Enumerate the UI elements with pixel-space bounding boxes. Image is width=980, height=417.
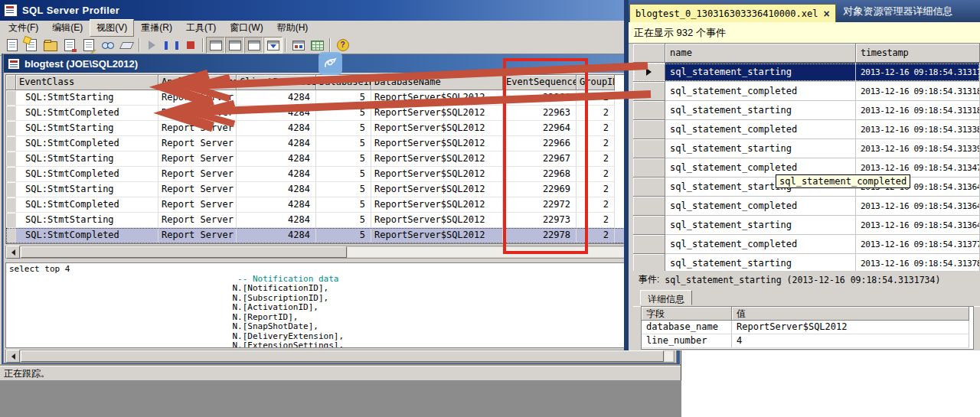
- cell-database_id[interactable]: 5: [316, 182, 371, 197]
- title-bar[interactable]: SQL Server Profiler: [0, 0, 681, 21]
- cell-group_id[interactable]: 2: [577, 228, 615, 243]
- tab-xel-file[interactable]: blogtest_0_130316303336410000.xel ×: [629, 4, 836, 22]
- sql-pane-hscrollbar[interactable]: [5, 350, 675, 363]
- start-trace-button[interactable]: [142, 37, 162, 54]
- field-column-header[interactable]: 字段: [642, 307, 732, 321]
- cell-event_class[interactable]: SQL:StmtCompleted: [16, 197, 158, 213]
- cell-name[interactable]: sql_statement_completed: [665, 120, 856, 139]
- event-row[interactable]: sql_statement_starting2013-12-16 09:18:5…: [633, 101, 980, 120]
- cell-database_id[interactable]: 5: [316, 228, 371, 243]
- cell-application_name[interactable]: Report Server: [158, 121, 237, 136]
- cell-event_sequence[interactable]: 22964: [503, 121, 577, 136]
- cell-database_name[interactable]: ReportServer$SQL2012: [371, 213, 503, 228]
- event-row[interactable]: sql_statement_starting2013-12-16 09:18:5…: [633, 63, 980, 82]
- cell-group_id[interactable]: 2: [577, 167, 615, 182]
- cell-timestamp[interactable]: 2013-12-16 09:18:54.3136499: [856, 216, 980, 235]
- trace-properties-button[interactable]: [79, 37, 98, 54]
- column-header-GroupID[interactable]: GroupID: [577, 75, 615, 90]
- row-selector[interactable]: [633, 63, 665, 82]
- cell-application_name[interactable]: Report Server: [158, 106, 237, 121]
- cell-event_class[interactable]: SQL:StmtStarting: [16, 182, 158, 197]
- close-icon[interactable]: ×: [823, 8, 829, 19]
- clear-trace-button[interactable]: [117, 37, 136, 54]
- field-cell[interactable]: line_number: [642, 334, 732, 348]
- menu-item-6[interactable]: 窗口(W): [223, 19, 270, 37]
- cell-group_id[interactable]: 2: [577, 90, 615, 106]
- column-header-DatabaseID[interactable]: DatabaseID: [316, 75, 371, 90]
- event-row[interactable]: sql_statement_starting2013-12-16 09:18:5…: [633, 216, 980, 235]
- cell-database_name[interactable]: ReportServer$SQL2012: [371, 90, 503, 106]
- table-row[interactable]: SQL:StmtCompletedReport Server42845Repor…: [6, 106, 674, 121]
- cell-application_name[interactable]: Report Server: [158, 167, 237, 182]
- table-row[interactable]: SQL:StmtStartingReport Server42845Report…: [6, 213, 674, 228]
- event-row[interactable]: sql_statement_completed2013-12-16 09:18:…: [633, 120, 980, 139]
- cell-database_id[interactable]: 5: [316, 197, 371, 213]
- field-cell[interactable]: database_name: [642, 321, 732, 334]
- cell-database_id[interactable]: 5: [316, 213, 371, 228]
- cell-group_id[interactable]: 2: [577, 182, 615, 197]
- table-row[interactable]: SQL:StmtCompletedReport Server42845Repor…: [6, 167, 674, 182]
- cell-database_name[interactable]: ReportServer$SQL2012: [371, 167, 503, 182]
- cell-database_name[interactable]: ReportServer$SQL2012: [371, 136, 503, 151]
- row-selector[interactable]: [6, 182, 16, 197]
- cell-timestamp[interactable]: 2013-12-16 09:18:54.3133996: [856, 139, 980, 158]
- save-trace-button[interactable]: [60, 37, 79, 54]
- menu-item-1[interactable]: 文件(F): [2, 19, 45, 37]
- field-row[interactable]: line_number4: [642, 334, 973, 348]
- pause-trace-button[interactable]: [162, 37, 181, 54]
- cell-timestamp[interactable]: 2013-12-16 09:18:54.3131823: [856, 82, 980, 101]
- new-trace-template-button[interactable]: [2, 37, 21, 54]
- cell-database_id[interactable]: 5: [316, 106, 371, 121]
- cell-event_class[interactable]: SQL:StmtCompleted: [16, 228, 158, 243]
- cell-database_id[interactable]: 5: [316, 151, 371, 167]
- scroll-thumb[interactable]: [21, 246, 347, 258]
- row-selector[interactable]: [6, 167, 16, 182]
- cell-database_id[interactable]: 5: [316, 167, 371, 182]
- open-trace-button[interactable]: [41, 37, 60, 54]
- field-row[interactable]: database_nameReportServer$SQL2012: [642, 321, 973, 334]
- pause-display-button[interactable]: [244, 37, 263, 54]
- cell-application_name[interactable]: Report Server: [158, 90, 237, 106]
- row-selector[interactable]: [633, 216, 665, 235]
- table-row[interactable]: SQL:StmtCompletedReport Server42845Repor…: [6, 136, 674, 151]
- row-selector[interactable]: [633, 254, 665, 272]
- row-selector[interactable]: [6, 213, 16, 228]
- cell-application_name[interactable]: Report Server: [158, 213, 237, 228]
- event-row[interactable]: sql_statement_completed2013-12-16 09:18:…: [633, 82, 980, 101]
- cell-event_sequence[interactable]: 22978: [503, 228, 577, 243]
- scroll-left-icon[interactable]: [6, 246, 20, 259]
- tab-details[interactable]: 详细信息: [640, 290, 692, 305]
- row-selector[interactable]: [6, 90, 16, 106]
- cell-group_id[interactable]: 2: [577, 151, 615, 167]
- cell-client_process_id[interactable]: 4284: [237, 213, 316, 228]
- trace-grid-hscrollbar[interactable]: [5, 246, 675, 259]
- cell-event_class[interactable]: SQL:StmtStarting: [16, 90, 158, 106]
- event-row[interactable]: sql_statement_starting2013-12-16 09:18:5…: [633, 254, 980, 272]
- cell-event_sequence[interactable]: 22966: [503, 136, 577, 151]
- cell-event_class[interactable]: SQL:StmtCompleted: [16, 136, 158, 151]
- column-header-ApplicationName[interactable]: ApplicationName: [158, 75, 237, 90]
- column-header-DatabaseName[interactable]: DatabaseName: [371, 75, 503, 90]
- table-row[interactable]: SQL:StmtStartingReport Server42845Report…: [6, 151, 674, 167]
- column-header-name[interactable]: name: [665, 44, 856, 63]
- cell-database_id[interactable]: 5: [316, 90, 371, 106]
- cell-application_name[interactable]: Report Server: [158, 151, 237, 167]
- scroll-left-icon[interactable]: [6, 350, 20, 363]
- cell-timestamp[interactable]: 2013-12-16 09:18:54.3131734: [856, 63, 980, 82]
- group-view-button[interactable]: [206, 37, 225, 54]
- cell-client_process_id[interactable]: 4284: [237, 228, 316, 243]
- event-row[interactable]: sql_statement_completed2013-12-16 09:18:…: [633, 235, 980, 254]
- cell-timestamp[interactable]: 2013-12-16 09:18:54.3133844: [856, 120, 980, 139]
- tools-options-button[interactable]: [289, 37, 308, 54]
- cell-event_sequence[interactable]: 22972: [503, 197, 577, 213]
- event-row[interactable]: sql_statement_starting2013-12-16 09:18:5…: [633, 139, 980, 158]
- sql-text-pane[interactable]: select top 4 -- Notification data N.[Not…: [5, 262, 675, 348]
- cell-name[interactable]: sql_statement_starting: [665, 254, 856, 272]
- menu-item-7[interactable]: 帮助(H): [270, 19, 315, 37]
- cell-name[interactable]: sql_statement_starting: [665, 139, 856, 158]
- cell-client_process_id[interactable]: 4284: [237, 121, 316, 136]
- row-selector[interactable]: [6, 228, 16, 243]
- field-cell[interactable]: ReportServer$SQL2012: [732, 321, 969, 334]
- cell-database_name[interactable]: ReportServer$SQL2012: [371, 228, 503, 243]
- cell-group_id[interactable]: 2: [577, 213, 615, 228]
